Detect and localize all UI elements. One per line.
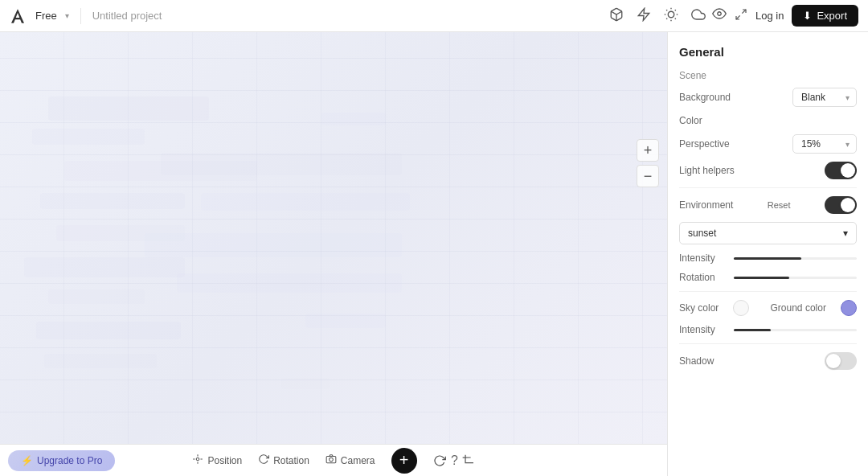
camera-tool[interactable]: Camera (326, 453, 375, 467)
sky-color-swatch[interactable] (733, 300, 749, 316)
rotation-row: Rotation (679, 272, 857, 283)
intensity-fill (734, 257, 801, 260)
right-panel: General Scene Background Blank ▾ Color P… (667, 32, 868, 476)
color-label: Color (679, 115, 702, 126)
perspective-label: Perspective (679, 138, 730, 150)
lightning-icon[interactable] (637, 7, 651, 25)
environment-dropdown[interactable]: sunset ▾ (679, 222, 857, 244)
intensity2-fill (734, 329, 771, 331)
svg-point-11 (718, 12, 722, 16)
shadow-toggle[interactable] (825, 352, 857, 370)
shadow-row: Shadow (679, 352, 857, 370)
rotation-slider[interactable] (734, 277, 857, 279)
light-helpers-toggle[interactable] (825, 162, 857, 179)
perspective-select[interactable]: 15% ▾ (792, 134, 857, 154)
ground-color-label: Ground color (771, 302, 826, 314)
upgrade-button[interactable]: ⚡ Upgrade to Pro (8, 450, 115, 471)
topbar-right: Log in ⬇ Export (712, 5, 858, 27)
svg-point-14 (197, 458, 200, 461)
zoom-in-button[interactable]: + (637, 139, 659, 162)
intensity-label: Intensity (679, 252, 727, 264)
crop-button[interactable] (462, 454, 475, 467)
light-helpers-row: Light helpers (679, 162, 857, 179)
canvas-area[interactable] (0, 32, 667, 444)
svg-marker-1 (638, 8, 649, 20)
toolbar-icons (609, 7, 706, 25)
shadow-label: Shadow (679, 355, 714, 367)
svg-line-9 (666, 18, 667, 18)
position-tool[interactable]: Position (192, 453, 242, 467)
section-divider-3 (679, 343, 857, 344)
panel-title: General (679, 45, 857, 59)
environment-toggle-knob (841, 198, 855, 212)
topbar: Free ▾ Untitled project Log in ⬇ Export (0, 0, 868, 32)
background-select-arrow: ▾ (845, 93, 850, 102)
intensity2-row: Intensity (679, 324, 857, 335)
light-helpers-label: Light helpers (679, 165, 735, 176)
svg-point-16 (330, 458, 334, 462)
environment-toggle[interactable] (825, 196, 857, 214)
shadow-toggle-knob (826, 354, 841, 368)
sky-color-label: Sky color (679, 302, 719, 314)
svg-line-13 (736, 15, 740, 19)
svg-rect-15 (326, 457, 336, 463)
upgrade-label: Upgrade to Pro (37, 455, 102, 466)
help-button[interactable]: ? (451, 453, 458, 468)
svg-line-6 (675, 18, 676, 18)
camera-label: Camera (341, 455, 375, 466)
rotation-fill (734, 277, 789, 279)
intensity2-slider[interactable] (734, 329, 857, 331)
color-row: Color (679, 115, 857, 126)
export-button[interactable]: ⬇ Export (792, 5, 858, 27)
cube-icon[interactable] (609, 7, 624, 25)
plan-arrow-icon[interactable]: ▾ (65, 11, 69, 20)
svg-line-12 (742, 10, 746, 14)
intensity2-label: Intensity (679, 324, 727, 335)
section-divider-2 (679, 291, 857, 292)
bottom-toolbar: ⚡ Upgrade to Pro Position Rotation Camer… (0, 444, 667, 476)
logo (10, 6, 29, 26)
upgrade-icon: ⚡ (21, 455, 33, 466)
zoom-out-button[interactable]: − (637, 165, 659, 187)
login-button[interactable]: Log in (755, 10, 784, 22)
background-label: Background (679, 92, 731, 103)
perspective-select-arrow: ▾ (845, 140, 850, 149)
env-rotation-label: Rotation (679, 272, 727, 283)
camera-icon (326, 453, 337, 467)
plan-label[interactable]: Free (35, 10, 57, 22)
background-select[interactable]: Blank ▾ (792, 88, 857, 107)
dropdown-arrow: ▾ (843, 228, 848, 239)
environment-row: Environment Reset (679, 196, 857, 214)
expand-icon[interactable] (735, 8, 747, 24)
environment-label: Environment (679, 199, 733, 211)
rotation-icon (258, 453, 269, 467)
svg-line-10 (675, 10, 676, 10)
preview-icon[interactable] (712, 6, 727, 25)
topbar-divider (80, 8, 81, 24)
project-name[interactable]: Untitled project (92, 10, 603, 22)
section-divider-1 (679, 187, 857, 188)
refresh-button[interactable] (433, 454, 446, 467)
intensity-row: Intensity (679, 252, 857, 264)
toggle-knob (841, 163, 855, 178)
sky-ground-row: Sky color Ground color (679, 300, 857, 316)
rotation-tool[interactable]: Rotation (258, 453, 309, 467)
sun-icon[interactable] (664, 7, 678, 25)
svg-line-5 (666, 10, 667, 10)
rotation-label: Rotation (273, 455, 309, 466)
scene-section-label: Scene (679, 70, 857, 81)
ground-color-swatch[interactable] (841, 300, 857, 316)
position-label: Position (207, 455, 242, 466)
intensity-slider[interactable] (734, 257, 857, 260)
position-icon (192, 453, 203, 467)
environment-reset-button[interactable]: Reset (768, 200, 791, 210)
cloud-icon[interactable] (691, 7, 706, 25)
export-icon: ⬇ (803, 10, 812, 22)
svg-point-2 (668, 11, 674, 18)
add-button[interactable]: + (391, 448, 417, 474)
perspective-row: Perspective 15% ▾ (679, 134, 857, 154)
background-row: Background Blank ▾ (679, 88, 857, 107)
canvas-zoom-controls: + − (637, 139, 659, 337)
